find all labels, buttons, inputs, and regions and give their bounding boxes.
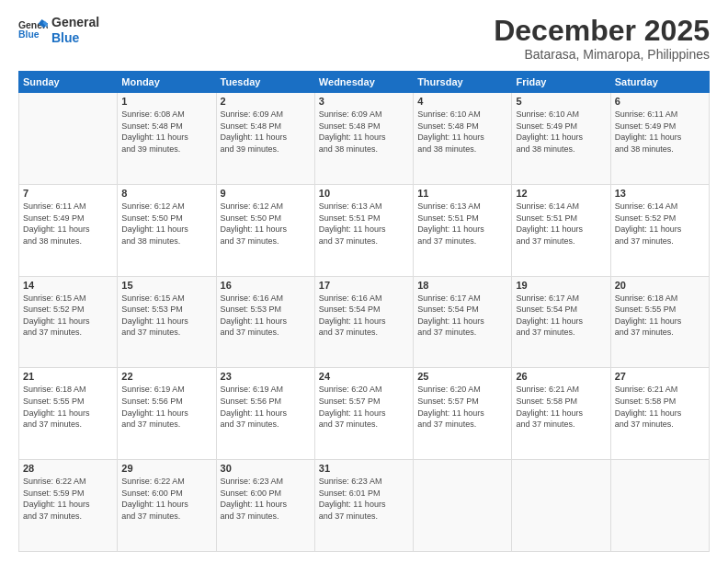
day-info: Sunrise: 6:11 AM Sunset: 5:49 PM Dayligh… [615,109,705,155]
calendar-header-row: SundayMondayTuesdayWednesdayThursdayFrid… [19,72,710,93]
calendar-week-row: 7Sunrise: 6:11 AM Sunset: 5:49 PM Daylig… [19,184,710,276]
day-info: Sunrise: 6:20 AM Sunset: 5:57 PM Dayligh… [319,384,409,430]
calendar-cell [512,460,610,552]
day-info: Sunrise: 6:11 AM Sunset: 5:49 PM Dayligh… [23,201,113,247]
calendar-cell: 26Sunrise: 6:21 AM Sunset: 5:58 PM Dayli… [512,368,610,460]
day-info: Sunrise: 6:21 AM Sunset: 5:58 PM Dayligh… [615,384,705,430]
calendar-cell: 19Sunrise: 6:17 AM Sunset: 5:54 PM Dayli… [512,276,610,368]
day-number: 23 [221,371,311,382]
day-info: Sunrise: 6:12 AM Sunset: 5:50 PM Dayligh… [121,201,211,247]
day-number: 6 [615,96,705,107]
day-number: 27 [615,371,705,382]
calendar-cell: 3Sunrise: 6:09 AM Sunset: 5:48 PM Daylig… [314,93,413,185]
day-info: Sunrise: 6:15 AM Sunset: 5:53 PM Dayligh… [121,293,211,339]
day-info: Sunrise: 6:20 AM Sunset: 5:57 PM Dayligh… [417,384,507,430]
calendar-cell: 1Sunrise: 6:08 AM Sunset: 5:48 PM Daylig… [118,93,216,185]
calendar-day-header: Friday [512,72,610,93]
day-info: Sunrise: 6:21 AM Sunset: 5:58 PM Dayligh… [516,384,606,430]
header: General Blue General Blue December 2025 … [18,15,710,62]
calendar-cell [19,93,118,185]
calendar-day-header: Tuesday [216,72,314,93]
day-number: 26 [516,371,606,382]
day-number: 25 [417,371,507,382]
day-info: Sunrise: 6:16 AM Sunset: 5:53 PM Dayligh… [221,293,311,339]
day-info: Sunrise: 6:12 AM Sunset: 5:50 PM Dayligh… [221,201,311,247]
day-number: 5 [516,96,606,107]
calendar-cell: 9Sunrise: 6:12 AM Sunset: 5:50 PM Daylig… [216,184,314,276]
day-number: 16 [221,280,311,291]
day-info: Sunrise: 6:14 AM Sunset: 5:52 PM Dayligh… [615,201,705,247]
calendar-cell: 29Sunrise: 6:22 AM Sunset: 6:00 PM Dayli… [118,460,216,552]
logo: General Blue General Blue [18,15,99,46]
day-number: 28 [23,463,113,474]
calendar-cell: 23Sunrise: 6:19 AM Sunset: 5:56 PM Dayli… [216,368,314,460]
day-info: Sunrise: 6:10 AM Sunset: 5:48 PM Dayligh… [417,109,507,155]
day-number: 11 [417,188,507,199]
page: General Blue General Blue December 2025 … [0,0,728,563]
day-info: Sunrise: 6:16 AM Sunset: 5:54 PM Dayligh… [319,293,409,339]
day-number: 19 [516,280,606,291]
calendar-day-header: Sunday [19,72,118,93]
calendar-cell: 8Sunrise: 6:12 AM Sunset: 5:50 PM Daylig… [118,184,216,276]
calendar-day-header: Saturday [610,72,709,93]
calendar-cell: 28Sunrise: 6:22 AM Sunset: 5:59 PM Dayli… [19,460,118,552]
day-number: 15 [121,280,211,291]
calendar-cell: 2Sunrise: 6:09 AM Sunset: 5:48 PM Daylig… [216,93,314,185]
day-info: Sunrise: 6:19 AM Sunset: 5:56 PM Dayligh… [221,384,311,430]
day-number: 21 [23,371,113,382]
calendar-day-header: Monday [118,72,216,93]
day-number: 9 [221,188,311,199]
day-number: 12 [516,188,606,199]
day-info: Sunrise: 6:18 AM Sunset: 5:55 PM Dayligh… [615,293,705,339]
calendar-cell: 16Sunrise: 6:16 AM Sunset: 5:53 PM Dayli… [216,276,314,368]
day-number: 1 [121,96,211,107]
day-info: Sunrise: 6:17 AM Sunset: 5:54 PM Dayligh… [417,293,507,339]
calendar-cell: 17Sunrise: 6:16 AM Sunset: 5:54 PM Dayli… [314,276,413,368]
day-info: Sunrise: 6:22 AM Sunset: 5:59 PM Dayligh… [23,476,113,522]
calendar-cell: 24Sunrise: 6:20 AM Sunset: 5:57 PM Dayli… [314,368,413,460]
calendar-cell: 10Sunrise: 6:13 AM Sunset: 5:51 PM Dayli… [314,184,413,276]
day-info: Sunrise: 6:15 AM Sunset: 5:52 PM Dayligh… [23,293,113,339]
calendar-day-header: Wednesday [314,72,413,93]
day-info: Sunrise: 6:14 AM Sunset: 5:51 PM Dayligh… [516,201,606,247]
calendar-cell: 25Sunrise: 6:20 AM Sunset: 5:57 PM Dayli… [414,368,512,460]
day-info: Sunrise: 6:10 AM Sunset: 5:49 PM Dayligh… [516,109,606,155]
day-info: Sunrise: 6:08 AM Sunset: 5:48 PM Dayligh… [121,109,211,155]
day-number: 24 [319,371,409,382]
day-number: 8 [121,188,211,199]
day-info: Sunrise: 6:22 AM Sunset: 6:00 PM Dayligh… [121,476,211,522]
calendar-cell: 31Sunrise: 6:23 AM Sunset: 6:01 PM Dayli… [314,460,413,552]
day-number: 7 [23,188,113,199]
calendar-cell: 6Sunrise: 6:11 AM Sunset: 5:49 PM Daylig… [610,93,709,185]
day-info: Sunrise: 6:23 AM Sunset: 6:00 PM Dayligh… [221,476,311,522]
day-number: 29 [121,463,211,474]
calendar-cell: 15Sunrise: 6:15 AM Sunset: 5:53 PM Dayli… [118,276,216,368]
day-info: Sunrise: 6:09 AM Sunset: 5:48 PM Dayligh… [319,109,409,155]
calendar-cell: 18Sunrise: 6:17 AM Sunset: 5:54 PM Dayli… [414,276,512,368]
title-block: December 2025 Batarasa, Mimaropa, Philip… [494,15,710,62]
logo-text: General Blue [51,15,99,46]
calendar-cell: 5Sunrise: 6:10 AM Sunset: 5:49 PM Daylig… [512,93,610,185]
day-info: Sunrise: 6:19 AM Sunset: 5:56 PM Dayligh… [121,384,211,430]
calendar-day-header: Thursday [414,72,512,93]
day-info: Sunrise: 6:09 AM Sunset: 5:48 PM Dayligh… [221,109,311,155]
calendar-cell [610,460,709,552]
logo-icon: General Blue [18,17,48,43]
day-number: 10 [319,188,409,199]
day-number: 17 [319,280,409,291]
day-number: 18 [417,280,507,291]
calendar-week-row: 1Sunrise: 6:08 AM Sunset: 5:48 PM Daylig… [19,93,710,185]
location-subtitle: Batarasa, Mimaropa, Philippines [494,47,710,62]
svg-text:Blue: Blue [18,29,40,40]
day-number: 30 [221,463,311,474]
day-info: Sunrise: 6:17 AM Sunset: 5:54 PM Dayligh… [516,293,606,339]
day-info: Sunrise: 6:13 AM Sunset: 5:51 PM Dayligh… [417,201,507,247]
calendar-cell: 27Sunrise: 6:21 AM Sunset: 5:58 PM Dayli… [610,368,709,460]
day-number: 20 [615,280,705,291]
calendar-cell: 30Sunrise: 6:23 AM Sunset: 6:00 PM Dayli… [216,460,314,552]
calendar-cell: 20Sunrise: 6:18 AM Sunset: 5:55 PM Dayli… [610,276,709,368]
calendar-cell: 7Sunrise: 6:11 AM Sunset: 5:49 PM Daylig… [19,184,118,276]
calendar-cell: 22Sunrise: 6:19 AM Sunset: 5:56 PM Dayli… [118,368,216,460]
calendar-week-row: 21Sunrise: 6:18 AM Sunset: 5:55 PM Dayli… [19,368,710,460]
calendar-cell [414,460,512,552]
